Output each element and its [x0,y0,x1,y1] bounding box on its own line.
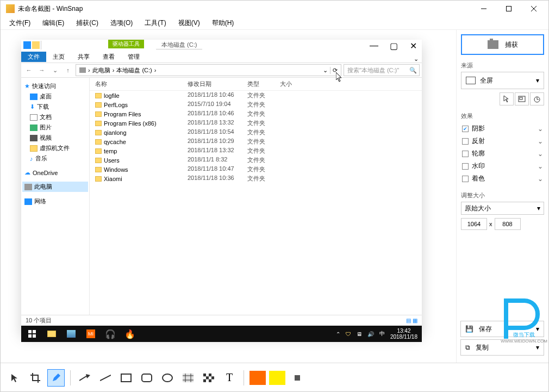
refresh-icon[interactable]: ⟳ [330,67,338,74]
chevron-down-icon[interactable]: ⌄ [538,150,543,158]
taskbar-headset-icon[interactable]: 🎧 [101,326,120,342]
taskbar-app-icon[interactable] [61,326,81,342]
taskbar-mi-icon[interactable]: MI [81,326,101,342]
chevron-down-icon[interactable]: ▾ [536,325,539,333]
tool-crop[interactable] [27,369,44,387]
capture-button[interactable]: 捕获 [461,34,544,55]
tool-pixelate[interactable] [200,369,217,387]
tray-clock[interactable]: 13:42 2018/11/18 [390,328,417,340]
table-row[interactable]: qianlong2018/11/18 10:54文件夹 [90,128,422,137]
nav-forward-icon[interactable]: → [36,67,47,73]
effect-reflect[interactable]: 反射⌄ [461,135,544,147]
chevron-down-icon[interactable]: ⌄ [538,163,543,170]
object-mode-icon[interactable] [515,92,529,105]
effect-colorize[interactable]: 着色⌄ [461,172,544,185]
view-mode-icons[interactable]: ▤ ▦ [406,318,417,323]
close-button[interactable] [521,1,546,17]
ribbon-tab-file[interactable]: 文件 [21,52,46,62]
taskbar-flame-icon[interactable]: 🔥 [120,326,140,342]
nav-up-icon[interactable]: ↑ [63,67,73,73]
start-button[interactable] [22,326,42,342]
nav-downloads[interactable]: ⬇下载 [22,102,88,112]
menu-tools[interactable]: 工具(T) [140,17,170,29]
tool-highlight[interactable] [179,369,197,387]
nav-back-icon[interactable]: ← [23,67,34,73]
width-input[interactable] [461,218,487,230]
nav-desktop[interactable]: 桌面 [22,91,88,102]
tool-pen[interactable] [47,369,65,387]
height-input[interactable] [495,218,521,230]
color-swatch-orange[interactable] [249,371,266,385]
tray-up-icon[interactable]: ⌃ [336,331,340,337]
table-row[interactable]: Windows2018/11/18 10:47文件夹 [90,165,422,174]
table-row[interactable]: PerfLogs2015/7/10 19:04文件夹 [90,100,422,109]
menu-view[interactable]: 视图(V) [174,17,204,29]
chevron-down-icon[interactable]: ⌄ [538,175,543,183]
effect-shadow[interactable]: ✔阴影⌄ [461,122,544,135]
menu-help[interactable]: 帮助(H) [208,17,239,29]
pointer-mode-icon[interactable] [500,92,514,105]
table-row[interactable]: qycache2018/11/18 10:29文件夹 [90,137,422,146]
effect-outline[interactable]: 轮廓⌄ [461,147,544,160]
table-row[interactable]: temp2018/11/18 13:32文件夹 [90,146,422,155]
chevron-down-icon[interactable]: ▾ [536,344,539,351]
table-row[interactable]: Users2018/11/1 8:32文件夹 [90,155,422,165]
table-row[interactable]: Program Files (x86)2018/11/18 13:32文件夹 [90,119,422,128]
tool-text[interactable]: T [221,369,238,387]
col-size[interactable]: 大小 [280,80,313,88]
explorer-minimize-icon[interactable]: — [366,41,382,51]
nav-this-pc[interactable]: 此电脑 [22,182,88,192]
breadcrumb-pc[interactable]: 此电脑 [92,66,110,74]
ribbon-expand-icon[interactable]: ⌄ [414,55,419,63]
tray-volume-icon[interactable]: 🔊 [367,331,374,337]
tool-ellipse[interactable] [159,369,176,387]
menu-capture[interactable]: 捕获(C) [72,17,103,29]
tool-line[interactable] [97,369,114,387]
resize-dropdown[interactable]: 原始大小▾ [461,202,544,215]
tool-rounded-rect[interactable] [138,369,155,387]
explorer-maximize-icon[interactable]: ▢ [386,41,401,51]
breadcrumb[interactable]: › 此电脑 › 本地磁盘 (C:) › ⌄ ⟳ [76,64,341,76]
tool-rect[interactable] [117,369,135,387]
stroke-width-picker[interactable] [289,369,306,387]
explorer-search-input[interactable]: 搜索"本地磁盘 (C:)" 🔍 [344,64,420,76]
tray-shield-icon[interactable]: 🛡 [346,331,351,337]
source-dropdown[interactable]: 全屏 ▾ [461,72,544,89]
nav-vm[interactable]: 虚拟机文件 [22,143,88,153]
minimize-button[interactable] [471,1,496,17]
nav-quick-access[interactable]: ★快速访问 [22,81,88,91]
nav-music[interactable]: ♪音乐 [22,153,88,164]
nav-pictures[interactable]: 图片 [22,122,88,133]
menu-options[interactable]: 选项(O) [106,17,137,29]
ribbon-tab-view[interactable]: 查看 [96,52,121,62]
menu-file[interactable]: 文件(F) [5,17,35,29]
explorer-location-tab[interactable]: 本地磁盘 (C:) [156,40,202,49]
tool-arrow[interactable] [76,369,93,387]
nav-recent-icon[interactable]: ⌄ [49,67,60,74]
chevron-down-icon[interactable]: ⌄ [538,138,543,145]
nav-documents[interactable]: 文档 [22,112,88,122]
tray-network-icon[interactable]: 🖥 [357,331,362,337]
color-swatch-yellow[interactable] [269,371,285,385]
ribbon-tool-context[interactable]: 驱动器工具 [108,40,144,48]
taskbar-explorer-icon[interactable] [42,326,61,342]
ribbon-tab-home[interactable]: 主页 [46,52,71,62]
nav-network[interactable]: 网络 [22,196,88,207]
tray-ime-icon[interactable]: 中 [379,330,385,338]
nav-onedrive[interactable]: ☁OneDrive [22,168,88,177]
menu-edit[interactable]: 编辑(E) [38,17,68,29]
col-name[interactable]: 名称 [90,80,188,88]
nav-videos[interactable]: 视频 [22,133,88,143]
col-type[interactable]: 类型 [247,80,280,88]
canvas-area[interactable]: 文件 主页 共享 查看 管理 驱动器工具 本地磁盘 (C:) — ▢ ✕ ⌄ ← [1,30,456,363]
copy-button[interactable]: ⧉复制▾ [460,339,544,356]
save-button[interactable]: 💾保存▾ [460,321,544,337]
table-row[interactable]: logfile2018/11/18 10:46文件夹 [90,91,422,100]
explorer-close-icon[interactable]: ✕ [405,41,421,51]
maximize-button[interactable] [496,1,521,17]
table-row[interactable]: Program Files2018/11/18 10:46文件夹 [90,109,422,119]
breadcrumb-drive[interactable]: 本地磁盘 (C:) [116,66,152,74]
tool-pointer[interactable] [6,369,23,387]
effect-watermark[interactable]: 水印⌄ [461,160,544,172]
timer-mode-icon[interactable] [530,92,544,105]
